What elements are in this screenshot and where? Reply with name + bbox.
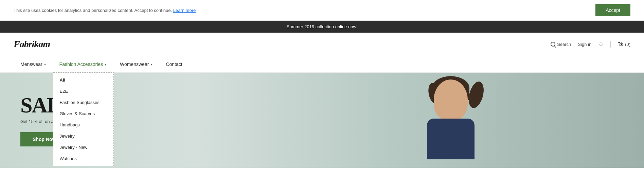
cart-icon: 🛍 — [618, 41, 623, 48]
nav-item-menswear[interactable]: Menswear ▾ — [14, 56, 53, 72]
announcement-bar: Summer 2019 collection online now! — [0, 21, 644, 33]
nav-label-womenswear: Womenswear — [120, 61, 149, 67]
chevron-down-icon: ▾ — [150, 63, 152, 66]
header: Fabrikam Search Sign in ♡ 🛍 (0) — [0, 33, 644, 56]
signin-label: Sign in — [578, 42, 591, 47]
hero-image — [257, 73, 644, 168]
logo[interactable]: Fabrikam — [14, 39, 50, 50]
search-icon — [551, 42, 555, 47]
signin-action[interactable]: Sign in — [578, 42, 591, 47]
cookie-banner: This site uses cookies for analytics and… — [0, 0, 644, 21]
nav-item-womenswear[interactable]: Womenswear ▾ — [113, 56, 159, 72]
cart-action[interactable]: 🛍 (0) — [618, 41, 630, 48]
dropdown-item-jewelry-new[interactable]: Jewelry - New — [53, 142, 113, 153]
hero-person — [396, 73, 505, 168]
cookie-message: This site uses cookies for analytics and… — [14, 8, 196, 13]
chevron-down-icon: ▾ — [105, 63, 106, 66]
nav-label-menswear: Menswear — [20, 61, 42, 67]
learn-more-link[interactable]: Learn more — [173, 8, 196, 13]
dropdown-item-e2e[interactable]: E2E — [53, 86, 113, 97]
dropdown-item-watches[interactable]: Watches — [53, 153, 113, 164]
person-body — [427, 119, 475, 159]
dropdown-item-fashion-sunglasses[interactable]: Fashion Sunglasses — [53, 97, 113, 108]
dropdown-item-gloves-scarves[interactable]: Gloves & Scarves — [53, 108, 113, 119]
person-face — [434, 80, 468, 120]
chevron-down-icon: ▾ — [44, 63, 46, 66]
search-label: Search — [557, 42, 571, 47]
wishlist-action[interactable]: ♡ — [598, 41, 604, 47]
announcement-text: Summer 2019 collection online now! — [287, 24, 358, 29]
dropdown-item-all[interactable]: All — [53, 74, 113, 86]
header-actions: Search Sign in ♡ 🛍 (0) — [551, 41, 630, 48]
nav-item-fashion-accessories[interactable]: Fashion Accessories ▾ All E2E Fashion Su… — [53, 56, 113, 72]
header-divider — [610, 41, 611, 48]
fashion-accessories-dropdown: All E2E Fashion Sunglasses Gloves & Scar… — [53, 72, 114, 166]
person-hair-side-right — [466, 80, 486, 110]
heart-icon: ♡ — [598, 41, 604, 47]
nav-label-contact: Contact — [166, 61, 182, 67]
dropdown-item-handbags[interactable]: Handbags — [53, 119, 113, 130]
logo-text: Fabrikam — [14, 39, 50, 49]
nav-item-contact[interactable]: Contact — [159, 56, 189, 72]
navbar: Menswear ▾ Fashion Accessories ▾ All E2E… — [0, 56, 644, 73]
nav-label-fashion-accessories: Fashion Accessories — [59, 61, 103, 67]
search-action[interactable]: Search — [551, 42, 571, 47]
cart-count: (0) — [625, 42, 630, 47]
dropdown-item-jewelry[interactable]: Jewelry — [53, 130, 113, 142]
accept-cookie-button[interactable]: Accept — [595, 4, 630, 16]
cookie-text: This site uses cookies for analytics and… — [14, 8, 172, 13]
